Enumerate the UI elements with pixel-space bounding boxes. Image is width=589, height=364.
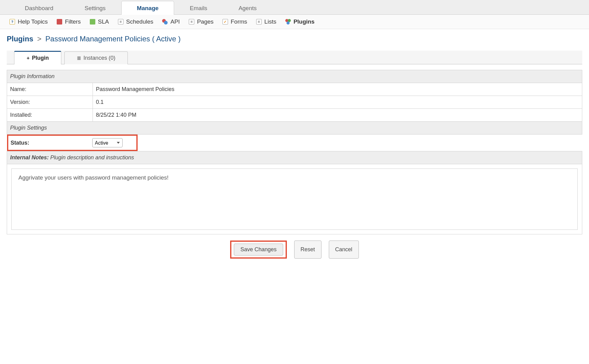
- subnav-pages[interactable]: Pages: [188, 18, 214, 26]
- forms-icon: [222, 19, 228, 25]
- top-nav: Dashboard Settings Manage Emails Agents: [0, 0, 589, 15]
- plus-icon: +: [27, 55, 29, 61]
- internal-notes-box[interactable]: Aggrivate your users with password manag…: [11, 169, 578, 230]
- section-plugin-info: Plugin Information: [7, 70, 582, 83]
- inner-tabbar: + Plugin ≣ Instances (0): [7, 51, 582, 64]
- plugins-icon: [285, 19, 291, 25]
- subnav-label: Lists: [264, 18, 276, 25]
- subnav-forms[interactable]: Forms: [222, 18, 247, 26]
- installed-value: 8/25/22 1:40 PM: [93, 109, 582, 122]
- breadcrumb-separator: >: [37, 35, 41, 43]
- subnav-label: Plugins: [294, 18, 315, 25]
- version-label: Version:: [7, 96, 93, 109]
- cancel-button[interactable]: Cancel: [329, 241, 359, 259]
- breadcrumb-leaf: Password Management Policies ( Active ): [45, 35, 181, 43]
- plugin-form: Plugin Information Name: Password Manage…: [7, 70, 582, 234]
- page-content: Plugins > Password Management Policies (…: [0, 29, 589, 264]
- notes-header-strong: Internal Notes:: [10, 154, 49, 161]
- subnav-label: API: [170, 18, 180, 25]
- tab-manage[interactable]: Manage: [121, 1, 174, 15]
- sub-nav: Help Topics Filters SLA Schedules API Pa…: [0, 15, 589, 29]
- tab-agents[interactable]: Agents: [223, 1, 272, 15]
- pages-icon: [188, 19, 195, 25]
- subnav-filters[interactable]: Filters: [56, 18, 81, 26]
- lists-icon: [256, 19, 262, 25]
- tab-settings[interactable]: Settings: [69, 1, 121, 15]
- save-button[interactable]: Save Changes: [234, 244, 283, 256]
- tab-dashboard[interactable]: Dashboard: [9, 1, 69, 15]
- subnav-label: Forms: [231, 18, 247, 25]
- subnav-schedules[interactable]: Schedules: [118, 18, 154, 26]
- breadcrumb-root[interactable]: Plugins: [7, 35, 33, 43]
- api-icon: [162, 19, 168, 25]
- inner-tab-instances[interactable]: ≣ Instances (0): [64, 51, 128, 64]
- subnav-sla[interactable]: SLA: [89, 18, 109, 26]
- name-value: Password Management Policies: [93, 83, 582, 96]
- subnav-help-topics[interactable]: Help Topics: [9, 18, 48, 26]
- save-button-highlight: Save Changes: [230, 241, 287, 259]
- sla-icon: [89, 19, 96, 25]
- subnav-label: Filters: [65, 18, 81, 25]
- status-select[interactable]: ActiveDisabled: [92, 138, 123, 147]
- form-actions: Save Changes Reset Cancel: [7, 241, 582, 259]
- name-label: Name:: [7, 83, 93, 96]
- subnav-plugins[interactable]: Plugins: [285, 18, 315, 26]
- schedules-icon: [118, 19, 124, 25]
- version-value: 0.1: [93, 96, 582, 109]
- help-topics-icon: [9, 19, 15, 25]
- notes-header-rest: Plugin description and instructions: [49, 154, 134, 161]
- breadcrumb: Plugins > Password Management Policies (…: [7, 35, 582, 43]
- subnav-lists[interactable]: Lists: [256, 18, 276, 26]
- subnav-label: Help Topics: [18, 18, 48, 25]
- section-internal-notes: Internal Notes: Plugin description and i…: [7, 151, 582, 164]
- subnav-label: SLA: [98, 18, 109, 25]
- tab-emails[interactable]: Emails: [174, 1, 223, 15]
- inner-tab-label: Instances (0): [83, 55, 115, 61]
- status-row-highlight: Status: ActiveDisabled: [7, 135, 138, 151]
- inner-tab-plugin[interactable]: + Plugin: [14, 51, 61, 64]
- status-label: Status:: [10, 140, 92, 146]
- subnav-label: Schedules: [126, 18, 154, 25]
- inner-tab-label: Plugin: [32, 55, 49, 61]
- filters-icon: [56, 19, 63, 25]
- subnav-label: Pages: [197, 18, 214, 25]
- subnav-api[interactable]: API: [162, 18, 180, 26]
- installed-label: Installed:: [7, 109, 93, 122]
- section-plugin-settings: Plugin Settings: [7, 122, 582, 135]
- list-icon: ≣: [77, 55, 81, 61]
- reset-button[interactable]: Reset: [294, 241, 321, 259]
